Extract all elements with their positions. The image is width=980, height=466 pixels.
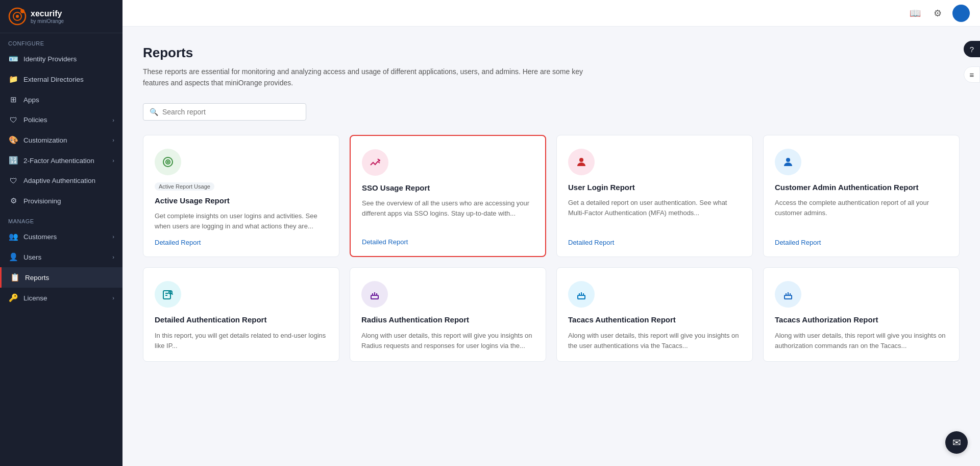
svg-point-8: [579, 158, 583, 162]
card-sso-usage[interactable]: SSO Usage Report See the overview of all…: [350, 135, 546, 258]
external-directories-icon: 📁: [8, 75, 18, 84]
card-link-user-login[interactable]: Detailed Report: [568, 239, 741, 246]
customers-icon: 👥: [8, 232, 18, 241]
sidebar-label-users: Users: [23, 253, 41, 261]
adaptive-auth-icon: 🛡: [8, 176, 18, 185]
page-description: These reports are essential for monitori…: [143, 66, 602, 89]
license-icon: 🔑: [8, 293, 18, 302]
card-icon-detailed-auth: [155, 281, 181, 308]
sidebar-item-users[interactable]: 👤 Users ›: [0, 247, 122, 267]
sidebar-manage-group: 👥 Customers › 👤 Users › 📋 Reports 🔑 Lice…: [0, 226, 122, 308]
card-icon-tacacs-authz: [775, 281, 801, 308]
card-desc-radius-auth: Along with user details, this report wil…: [361, 331, 534, 351]
policies-icon: 🛡: [8, 115, 18, 124]
svg-point-3: [20, 9, 24, 13]
sidebar-label-customers: Customers: [23, 233, 57, 241]
cards-grid: Active Report Usage Active Usage Report …: [143, 135, 960, 362]
card-link-active-usage[interactable]: Detailed Report: [155, 239, 328, 246]
card-title-active-usage: Active Usage Report: [155, 196, 328, 206]
chevron-icon: ›: [112, 254, 114, 260]
card-title-tacacs-auth: Tacacs Authentication Report: [568, 315, 741, 325]
sidebar: xecurify by miniOrange Configure 🪪 Ident…: [0, 0, 122, 466]
svg-rect-14: [785, 295, 792, 299]
apps-icon: ⊞: [8, 95, 18, 104]
card-icon-sso-usage: [362, 149, 388, 176]
svg-rect-13: [578, 295, 585, 299]
card-radius-auth[interactable]: Radius Authentication Report Along with …: [350, 267, 546, 362]
manage-section-label: Manage: [0, 211, 122, 226]
sidebar-label-customization: Customization: [23, 136, 67, 144]
search-bar[interactable]: 🔍: [143, 103, 306, 121]
topbar: 📖 ⚙: [122, 0, 980, 27]
logo-area: xecurify by miniOrange: [0, 0, 122, 33]
card-title-customer-admin: Customer Admin Authentication Report: [775, 182, 948, 193]
card-icon-active-usage: [155, 149, 181, 175]
book-icon[interactable]: 📖: [908, 6, 923, 21]
users-icon: 👤: [8, 252, 18, 262]
logo-icon: [8, 7, 27, 26]
configure-section-label: Configure: [0, 33, 122, 49]
sidebar-toggle-button[interactable]: ≡: [964, 66, 980, 83]
2fa-icon: 🔢: [8, 156, 18, 165]
chevron-icon: ›: [112, 295, 114, 301]
sidebar-item-policies[interactable]: 🛡 Policies ›: [0, 110, 122, 130]
card-icon-radius-auth: [361, 281, 388, 308]
sidebar-item-external-directories[interactable]: 📁 External Directories: [0, 69, 122, 89]
chevron-icon: ›: [112, 117, 114, 123]
sidebar-label-reports: Reports: [25, 274, 49, 282]
sidebar-item-customers[interactable]: 👥 Customers ›: [0, 226, 122, 247]
card-tacacs-auth[interactable]: Tacacs Authentication Report Along with …: [556, 267, 753, 362]
svg-point-6: [167, 161, 168, 162]
card-desc-active-usage: Get complete insights on user logins and…: [155, 211, 328, 231]
sidebar-label-external-directories: External Directories: [23, 76, 84, 83]
card-user-login[interactable]: User Login Report Get a detailed report …: [556, 135, 753, 258]
card-title-tacacs-authz: Tacacs Authorization Report: [775, 315, 948, 325]
sidebar-item-reports[interactable]: 📋 Reports: [0, 267, 122, 288]
card-title-detailed-auth: Detailed Authentication Report: [155, 315, 328, 325]
svg-rect-12: [371, 295, 378, 299]
svg-point-9: [786, 158, 790, 162]
chevron-icon: ›: [112, 234, 114, 240]
sidebar-label-adaptive-auth: Adaptive Authentication: [23, 177, 95, 184]
sidebar-label-license: License: [23, 294, 47, 302]
sidebar-configure-group: 🪪 Identity Providers 📁 External Director…: [0, 49, 122, 211]
card-title-user-login: User Login Report: [568, 182, 741, 193]
card-link-sso-usage[interactable]: Detailed Report: [362, 238, 534, 246]
sidebar-item-adaptive-auth[interactable]: 🛡 Adaptive Authentication: [0, 171, 122, 191]
active-badge: Active Report Usage: [155, 182, 214, 191]
card-link-customer-admin[interactable]: Detailed Report: [775, 239, 948, 246]
sidebar-item-identity-providers[interactable]: 🪪 Identity Providers: [0, 49, 122, 69]
sidebar-label-identity-providers: Identity Providers: [23, 55, 77, 63]
sidebar-item-apps[interactable]: ⊞ Apps: [0, 89, 122, 110]
sidebar-item-provisioning[interactable]: ⚙ Provisioning: [0, 191, 122, 211]
page-title: Reports: [143, 45, 960, 61]
card-desc-user-login: Get a detailed report on user authentica…: [568, 198, 741, 231]
card-desc-customer-admin: Access the complete authentication repor…: [775, 198, 948, 231]
search-icon: 🔍: [150, 108, 158, 116]
user-avatar[interactable]: [952, 5, 970, 22]
card-icon-user-login: [568, 149, 595, 175]
card-detailed-auth[interactable]: Detailed Authentication Report In this r…: [143, 267, 339, 362]
brand-name: xecurify: [31, 9, 64, 18]
card-icon-customer-admin: [775, 149, 801, 175]
card-desc-tacacs-authz: Along with user details, this report wil…: [775, 331, 948, 351]
sidebar-label-provisioning: Provisioning: [23, 197, 61, 205]
settings-icon[interactable]: ⚙: [930, 6, 945, 21]
help-button[interactable]: ?: [964, 41, 980, 57]
card-customer-admin[interactable]: Customer Admin Authentication Report Acc…: [763, 135, 960, 258]
card-active-usage[interactable]: Active Report Usage Active Usage Report …: [143, 135, 339, 258]
sidebar-label-2fa: 2-Factor Authentication: [23, 157, 94, 165]
sidebar-item-customization[interactable]: 🎨 Customization ›: [0, 130, 122, 150]
sidebar-item-2fa[interactable]: 🔢 2-Factor Authentication ›: [0, 150, 122, 171]
sidebar-item-license[interactable]: 🔑 License ›: [0, 288, 122, 308]
card-desc-detailed-auth: In this report, you will get details rel…: [155, 331, 328, 351]
chevron-icon: ›: [112, 157, 114, 164]
chat-button[interactable]: ✉: [945, 431, 968, 454]
card-tacacs-authz[interactable]: Tacacs Authorization Report Along with u…: [763, 267, 960, 362]
brand-text: xecurify by miniOrange: [31, 9, 64, 24]
card-title-sso-usage: SSO Usage Report: [362, 183, 534, 193]
card-icon-tacacs-auth: [568, 281, 595, 308]
search-input[interactable]: [162, 108, 300, 116]
sidebar-label-policies: Policies: [23, 116, 47, 124]
identity-providers-icon: 🪪: [8, 54, 18, 63]
